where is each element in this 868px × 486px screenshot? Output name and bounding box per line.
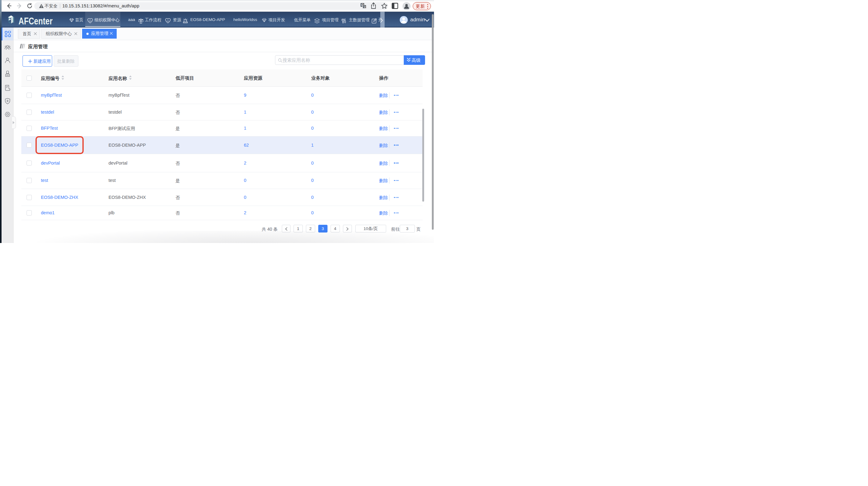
svg-text:文: 文 <box>363 5 366 9</box>
